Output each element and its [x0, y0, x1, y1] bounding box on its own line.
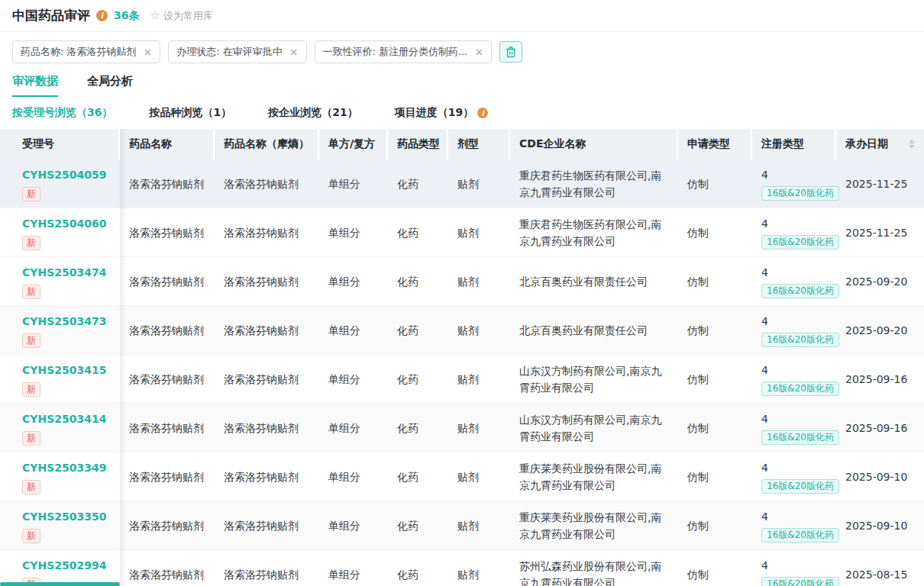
acceptance-no-link[interactable]: CYHS2504059	[22, 166, 106, 183]
acceptance-no-link[interactable]: CYHS2503474	[22, 264, 106, 281]
date-cell: 2025-09-16	[836, 355, 924, 403]
drug-name-cell: 洛索洛芬钠贴剂	[120, 550, 215, 586]
column-header: 单方/复方	[319, 129, 388, 159]
sort-caret-icon[interactable]	[909, 140, 915, 149]
title-info-icon[interactable]: i	[96, 10, 108, 21]
mono-compound-cell: 单组分	[319, 404, 388, 452]
drug-type-cell: 化药	[388, 501, 448, 549]
tab-global-analysis[interactable]: 全局分析	[87, 74, 133, 97]
acceptance-no-link[interactable]: CYHS2503414	[22, 411, 106, 427]
filter-tag-label: 办理状态: 在审评审批中	[176, 45, 283, 59]
column-header: 承办日期	[836, 129, 924, 159]
remove-filter-icon[interactable]: ×	[144, 47, 153, 57]
column-header-label: 单方/复方	[328, 137, 375, 151]
drug-name-cell: 洛索洛芬钠贴剂	[120, 159, 215, 208]
new-badge: 新	[22, 431, 40, 446]
subtab-label: 按品种浏览（1）	[149, 106, 231, 120]
column-header-label: 承办日期	[845, 137, 888, 151]
subtab-by-acceptance-no[interactable]: 按受理号浏览（36）	[12, 106, 112, 120]
mono-compound-cell: 单组分	[319, 306, 388, 354]
mono-compound-cell: 单组分	[319, 257, 388, 305]
column-header-label: CDE企业名称	[519, 137, 586, 151]
reg-type-number: 4	[761, 508, 768, 525]
remove-filter-icon[interactable]: ×	[474, 47, 483, 57]
title-bar: 中国药品审评 i 36条 ☆ 设为常用库	[0, 0, 924, 32]
drug-type-cell: 化药	[388, 257, 448, 305]
reg-type-cell: 416版&20版化药	[752, 159, 836, 208]
reg-type-number: 4	[761, 215, 768, 232]
apply-type-cell: 仿制	[678, 452, 752, 501]
column-header: 药品名称	[120, 129, 215, 159]
remove-filter-icon[interactable]: ×	[289, 47, 299, 57]
date-cell: 2025-11-25	[836, 208, 924, 256]
subtab-by-company[interactable]: 按企业浏览（21）	[268, 106, 357, 120]
apply-type-cell: 仿制	[678, 404, 752, 452]
acceptance-no-link[interactable]: CYHS2502994	[22, 557, 106, 574]
reg-type-number: 4	[761, 166, 768, 183]
company-cell: 山东汉方制药有限公司,南京九霄药业有限公司	[510, 355, 678, 403]
reg-type-number: 4	[761, 459, 768, 476]
column-header: 申请类型	[678, 129, 752, 159]
acceptance-no-link[interactable]: CYHS2503349	[22, 459, 106, 476]
acceptance-no-cell: CYHS2504060新	[0, 208, 120, 256]
acceptance-no-link[interactable]: CYHS2503350	[22, 508, 106, 525]
tab-review-data[interactable]: 审评数据	[12, 74, 58, 97]
drug-name-mx-cell: 洛索洛芬钠贴剂	[215, 306, 319, 354]
acceptance-no-cell: CYHS2503350新	[0, 501, 120, 549]
new-badge: 新	[22, 187, 40, 201]
apply-type-cell: 仿制	[678, 550, 752, 586]
new-badge: 新	[22, 382, 40, 397]
column-header: 药品类型	[388, 129, 448, 159]
reg-type-cell: 416版&20版化药	[752, 501, 836, 549]
dosage-form-cell: 贴剂	[448, 208, 510, 256]
company-cell: 重庆君药生物医药有限公司,南京九霄药业有限公司	[510, 208, 678, 256]
horizontal-scrollbar-thumb[interactable]	[0, 582, 120, 586]
reg-type-badge: 16版&20版化药	[761, 577, 839, 586]
acceptance-no-cell: CYHS2503415新	[0, 355, 120, 403]
trash-icon	[506, 47, 516, 58]
reg-type-number: 4	[761, 362, 768, 378]
acceptance-no-cell: CYHS2503349新	[0, 452, 120, 501]
drug-type-cell: 化药	[388, 159, 448, 208]
drug-name-mx-cell: 洛索洛芬钠贴剂	[215, 550, 319, 586]
drug-name-mx-cell: 洛索洛芬钠贴剂	[215, 404, 319, 452]
company-cell: 山东汉方制药有限公司,南京九霄药业有限公司	[510, 404, 678, 452]
drug-name-cell: 洛索洛芬钠贴剂	[120, 355, 215, 403]
subtab-info-icon[interactable]: i	[477, 108, 488, 118]
subtab-project-progress[interactable]: 项目进度（19）i	[395, 106, 488, 120]
reg-type-badge: 16版&20版化药	[761, 382, 839, 396]
new-badge: 新	[22, 285, 40, 299]
drug-name-cell: 洛索洛芬钠贴剂	[120, 404, 215, 452]
mono-compound-cell: 单组分	[319, 208, 388, 256]
mono-compound-cell: 单组分	[319, 501, 388, 549]
drug-type-cell: 化药	[388, 208, 448, 256]
subtab-label: 按企业浏览（21）	[268, 106, 357, 120]
clear-filters-button[interactable]	[499, 41, 522, 63]
filter-bar: 药品名称: 洛索洛芬钠贴剂×办理状态: 在审评审批中×一致性评价: 新注册分类仿…	[0, 32, 924, 66]
table-row: CYHS2502994新洛索洛芬钠贴剂洛索洛芬钠贴剂单组分化药贴剂苏州弘森药业股…	[0, 550, 924, 586]
dosage-form-cell: 贴剂	[448, 550, 510, 586]
company-cell: 重庆莱美药业股份有限公司,南京九霄药业有限公司	[510, 501, 678, 549]
drug-type-cell: 化药	[388, 355, 448, 403]
acceptance-no-link[interactable]: CYHS2503473	[22, 313, 106, 330]
date-cell: 2025-11-25	[836, 159, 924, 208]
company-cell: 北京百奥药业有限责任公司	[510, 306, 678, 354]
drug-type-cell: 化药	[388, 306, 448, 354]
column-header: CDE企业名称	[510, 129, 678, 159]
drug-name-cell: 洛索洛芬钠贴剂	[120, 208, 215, 256]
drug-type-cell: 化药	[388, 452, 448, 501]
reg-type-badge: 16版&20版化药	[761, 235, 839, 250]
drug-type-cell: 化药	[388, 404, 448, 452]
reg-type-number: 4	[761, 313, 768, 330]
dosage-form-cell: 贴剂	[448, 404, 510, 452]
reg-type-cell: 416版&20版化药	[752, 550, 836, 586]
company-cell: 重庆君药生物医药有限公司,南京九霄药业有限公司	[510, 159, 678, 208]
acceptance-no-link[interactable]: CYHS2504060	[22, 215, 106, 232]
set-favorite-library-button[interactable]: ☆ 设为常用库	[150, 9, 212, 23]
drug-type-cell: 化药	[388, 550, 448, 586]
column-header: 注册类型	[752, 129, 836, 159]
reg-type-cell: 416版&20版化药	[752, 257, 836, 305]
acceptance-no-link[interactable]: CYHS2503415	[22, 362, 106, 378]
subtab-by-variety[interactable]: 按品种浏览（1）	[149, 106, 231, 120]
acceptance-no-cell: CYHS2504059新	[0, 159, 120, 208]
